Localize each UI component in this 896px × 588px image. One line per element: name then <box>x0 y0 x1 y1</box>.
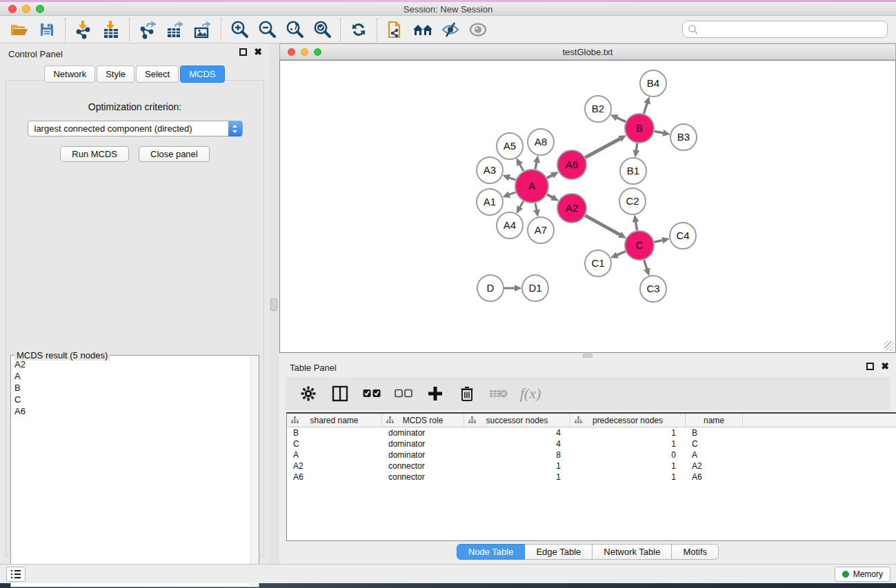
export-image-button[interactable] <box>189 18 217 41</box>
network-canvas[interactable]: B4B2BB3A8A5A6B1A3AA1C2A2A4A7C4CC1C3DD1 <box>279 60 896 353</box>
cell-name[interactable]: B <box>686 428 743 438</box>
mcds-result-item[interactable]: A2 <box>12 358 250 370</box>
tab-motifs[interactable]: Motifs <box>672 544 719 560</box>
delete-column-button[interactable] <box>456 383 478 405</box>
node-B1[interactable]: B1 <box>620 158 646 184</box>
hide-graphics-details-button[interactable] <box>437 18 464 41</box>
cell-predecessor-nodes[interactable]: 1 <box>570 472 686 482</box>
table-row[interactable]: A6connector11A6 <box>287 472 896 483</box>
save-session-button[interactable] <box>33 18 61 41</box>
node-A[interactable]: A <box>515 170 548 203</box>
tab-network-table[interactable]: Network Table <box>593 544 672 560</box>
cell-successor-nodes[interactable]: 4 <box>464 428 570 438</box>
cell-shared-name[interactable]: A <box>287 450 382 460</box>
export-network-button[interactable] <box>134 18 161 41</box>
edge-A2-C[interactable] <box>585 216 620 235</box>
window-resize-grip[interactable] <box>884 341 894 351</box>
mcds-result-item[interactable]: C <box>12 394 250 405</box>
cell-successor-nodes[interactable]: 1 <box>464 472 570 482</box>
mcds-result-item[interactable]: A6 <box>12 405 250 417</box>
memory-button[interactable]: Memory <box>835 567 890 582</box>
float-panel-icon[interactable] <box>866 363 874 370</box>
cell-predecessor-nodes[interactable]: 1 <box>570 439 686 449</box>
divider-grip[interactable] <box>270 298 277 311</box>
node-B2[interactable]: B2 <box>585 96 611 122</box>
close-panel-button[interactable]: Close panel <box>139 146 210 162</box>
node-A6[interactable]: A6 <box>557 150 586 179</box>
show-panels-button[interactable] <box>6 567 26 582</box>
mcds-result-item[interactable]: A <box>12 370 250 382</box>
cell-MCDS-role[interactable]: dominator <box>382 450 464 460</box>
table-settings-button[interactable] <box>297 383 319 405</box>
edge-A-A6[interactable] <box>547 175 552 178</box>
table-row[interactable]: Cdominator41C <box>287 438 896 449</box>
refresh-view-button[interactable] <box>345 18 372 41</box>
node-B3[interactable]: B3 <box>670 124 697 150</box>
cell-successor-nodes[interactable]: 8 <box>464 450 570 460</box>
tab-edge-table[interactable]: Edge Table <box>525 544 593 560</box>
cytoscape-home-button[interactable] <box>409 18 437 41</box>
node-B[interactable]: B <box>625 114 654 143</box>
deselect-all-button[interactable] <box>392 383 415 405</box>
edge-B-B3[interactable] <box>655 131 664 133</box>
cell-predecessor-nodes[interactable]: 1 <box>570 428 686 438</box>
node-A5[interactable]: A5 <box>497 133 523 159</box>
main-titlebar[interactable]: Session: New Session <box>0 2 896 16</box>
cell-predecessor-nodes[interactable]: 1 <box>570 461 686 471</box>
criterion-dropdown[interactable]: largest connected component (directed) <box>28 121 243 136</box>
node-C3[interactable]: C3 <box>640 276 666 302</box>
edge-A-A7[interactable] <box>535 203 537 210</box>
node-table[interactable]: shared nameMCDS rolesuccessor nodesprede… <box>286 412 896 541</box>
column-header-MCDS-role[interactable]: MCDS role <box>382 414 464 427</box>
mcds-result-item[interactable]: B <box>12 382 250 394</box>
network-window-titlebar[interactable]: testGlobe.txt <box>279 43 896 60</box>
node-C2[interactable]: C2 <box>619 188 646 214</box>
cell-name[interactable]: C <box>686 439 743 449</box>
cell-shared-name[interactable]: A6 <box>287 472 382 482</box>
import-table-button[interactable] <box>97 18 125 41</box>
edge-A6-B[interactable] <box>585 139 620 157</box>
zoom-in-button[interactable] <box>226 18 253 41</box>
edge-A-A8[interactable] <box>535 162 537 169</box>
edge-C-C1[interactable] <box>617 252 626 255</box>
node-D1[interactable]: D1 <box>522 275 548 301</box>
zoom-fit-button[interactable] <box>281 18 308 41</box>
cell-successor-nodes[interactable]: 4 <box>464 439 570 449</box>
zoom-selected-button[interactable] <box>308 18 336 41</box>
cell-shared-name[interactable]: C <box>287 439 382 449</box>
add-column-button[interactable] <box>424 383 446 405</box>
node-A8[interactable]: A8 <box>528 129 554 155</box>
edge-C-C4[interactable] <box>655 241 663 243</box>
tab-node-table[interactable]: Node Table <box>457 544 526 560</box>
edge-A-A2[interactable] <box>547 194 552 197</box>
edge-C-C2[interactable] <box>636 222 637 231</box>
search-input[interactable] <box>682 21 888 38</box>
run-mcds-button[interactable]: Run MCDS <box>60 146 129 162</box>
node-A3[interactable]: A3 <box>477 157 503 183</box>
cell-MCDS-role[interactable]: dominator <box>382 439 464 449</box>
tab-mcds[interactable]: MCDS <box>180 65 224 83</box>
network-graph[interactable]: B4B2BB3A8A5A6B1A3AA1C2A2A4A7C4CC1C3DD1 <box>280 61 895 352</box>
close-panel-icon[interactable]: ✖ <box>254 48 262 56</box>
panel-split-divider[interactable] <box>269 43 279 564</box>
new-network-from-selection-button[interactable] <box>381 18 409 41</box>
node-C4[interactable]: C4 <box>670 223 696 249</box>
column-header-predecessor-nodes[interactable]: predecessor nodes <box>570 414 686 427</box>
cell-shared-name[interactable]: B <box>287 428 382 438</box>
node-D[interactable]: D <box>477 275 504 301</box>
zoom-out-button[interactable] <box>253 18 281 41</box>
node-A1[interactable]: A1 <box>477 189 503 215</box>
mcds-list-scrollbar[interactable] <box>250 356 259 586</box>
edge-B-B2[interactable] <box>617 118 626 122</box>
table-row[interactable]: Adominator80A <box>287 449 896 460</box>
table-row[interactable]: A2connector11A2 <box>287 460 896 472</box>
show-graphics-details-button[interactable] <box>464 18 492 41</box>
edge-A-A1[interactable] <box>509 192 516 195</box>
node-C1[interactable]: C1 <box>585 250 611 276</box>
cell-name[interactable]: A <box>686 450 743 460</box>
edge-B-B1[interactable] <box>636 143 637 151</box>
table-split-divider[interactable] <box>279 353 896 358</box>
cell-MCDS-role[interactable]: connector <box>382 472 464 482</box>
open-file-button[interactable] <box>6 18 33 41</box>
column-header-successor-nodes[interactable]: successor nodes <box>464 414 570 427</box>
